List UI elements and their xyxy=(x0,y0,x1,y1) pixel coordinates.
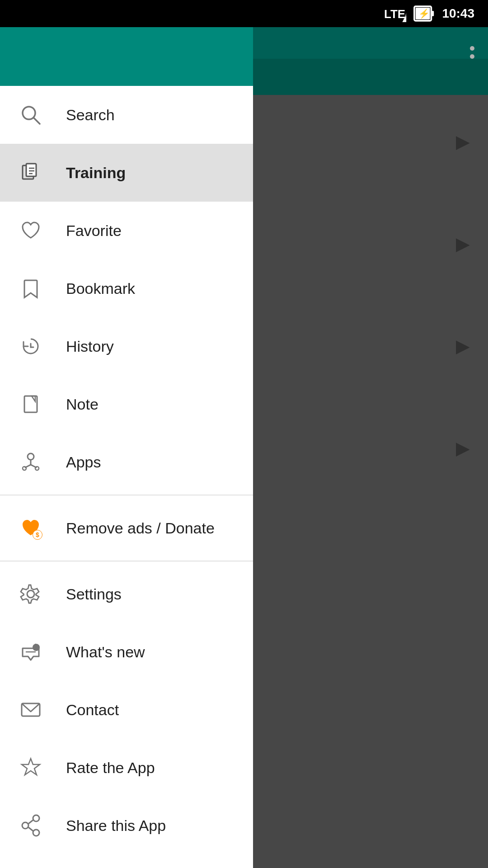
svg-rect-10 xyxy=(26,164,36,176)
rate-icon xyxy=(18,755,43,780)
apps-icon xyxy=(18,449,43,475)
training-icon xyxy=(18,160,43,185)
apps-label: Apps xyxy=(66,453,101,471)
favorite-icon xyxy=(18,218,43,243)
sidebar-item-favorite[interactable]: Favorite xyxy=(0,202,253,259)
lte-signal-icon: LTE xyxy=(384,2,408,25)
search-icon xyxy=(18,102,43,127)
svg-point-28 xyxy=(22,822,28,829)
sidebar-item-remove-ads[interactable]: $ Remove ads / Donate xyxy=(0,499,253,557)
drawer-header xyxy=(0,27,253,86)
favorite-label: Favorite xyxy=(66,222,122,240)
navigation-drawer: Search Training Favorite xyxy=(0,27,253,868)
note-label: Note xyxy=(66,396,99,413)
svg-line-8 xyxy=(33,118,40,124)
contact-label: Contact xyxy=(66,701,119,719)
remove-ads-label: Remove ads / Donate xyxy=(66,519,215,537)
sidebar-item-rate-app[interactable]: Rate the App xyxy=(0,739,253,797)
svg-line-30 xyxy=(28,820,33,824)
settings-label: Settings xyxy=(66,585,122,603)
svg-point-19 xyxy=(23,467,26,470)
whats-new-label: What's new xyxy=(66,643,145,661)
contact-icon xyxy=(18,697,43,722)
svg-text:LTE: LTE xyxy=(384,7,405,21)
rate-app-label: Rate the App xyxy=(66,759,155,777)
whats-new-icon xyxy=(18,639,43,665)
svg-marker-26 xyxy=(22,759,40,775)
sidebar-item-history[interactable]: History xyxy=(0,317,253,375)
bookmark-label: Bookmark xyxy=(66,280,135,297)
note-icon xyxy=(18,392,43,417)
svg-rect-4 xyxy=(432,11,434,16)
svg-point-29 xyxy=(33,830,39,836)
history-label: History xyxy=(66,338,114,355)
battery-icon: ⚡ xyxy=(413,2,436,25)
svg-point-27 xyxy=(33,815,39,821)
sidebar-item-bookmark[interactable]: Bookmark xyxy=(0,259,253,317)
settings-icon xyxy=(18,581,43,607)
svg-point-21 xyxy=(27,590,34,598)
sidebar-item-whats-new[interactable]: What's new xyxy=(0,623,253,681)
divider-2 xyxy=(0,561,253,561)
bookmark-icon xyxy=(18,276,43,301)
sidebar-item-training[interactable]: Training xyxy=(0,144,253,202)
status-bar: LTE ⚡ 10:43 xyxy=(0,0,488,27)
drawer-menu: Search Training Favorite xyxy=(0,86,253,868)
sidebar-item-apps[interactable]: Apps xyxy=(0,433,253,491)
donate-icon: $ xyxy=(18,515,43,541)
status-icons: LTE ⚡ 10:43 xyxy=(384,2,474,25)
sidebar-item-share-app[interactable]: Share this App xyxy=(0,797,253,854)
sidebar-item-note[interactable]: Note xyxy=(0,375,253,433)
svg-point-17 xyxy=(28,453,34,460)
sidebar-item-search[interactable]: Search xyxy=(0,86,253,144)
svg-line-31 xyxy=(28,827,33,831)
search-label: Search xyxy=(66,106,115,124)
divider-1 xyxy=(0,495,253,495)
svg-point-20 xyxy=(35,467,39,470)
clock: 10:43 xyxy=(442,6,474,21)
share-icon xyxy=(18,813,43,838)
history-icon xyxy=(18,334,43,359)
sidebar-item-settings[interactable]: Settings xyxy=(0,565,253,623)
share-app-label: Share this App xyxy=(66,817,166,835)
sidebar-item-contact[interactable]: Contact xyxy=(0,681,253,739)
svg-text:⚡: ⚡ xyxy=(418,8,430,19)
training-label: Training xyxy=(66,164,126,182)
